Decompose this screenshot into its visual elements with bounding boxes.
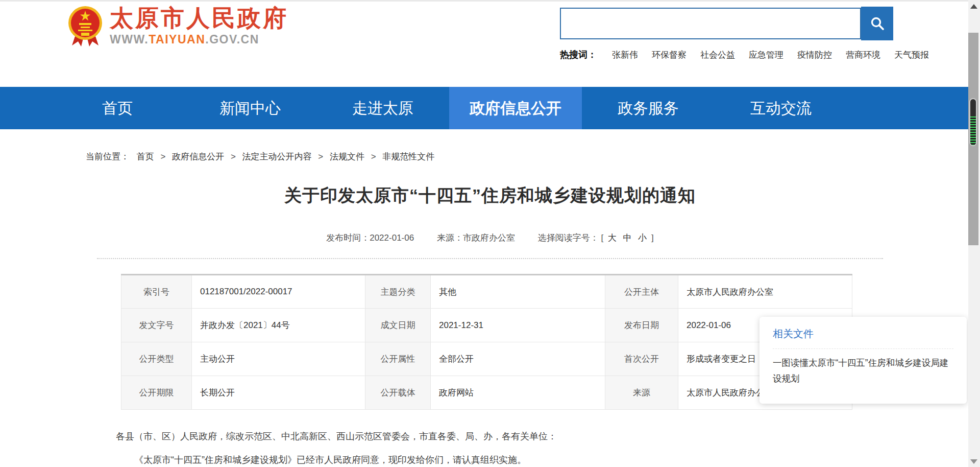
table-row: 索引号 012187001/2022-00017 主题分类 其他 公开主体 太原… [121, 275, 852, 309]
body-paragraph: 《太原市“十四五”住房和城乡建设规划》已经市人民政府同意，现印发给你们，请认真组… [116, 453, 861, 467]
publish-time-label: 发布时间： [326, 233, 370, 243]
site-url-domain: TAIYUAN [149, 33, 205, 46]
hot-keyword-link[interactable]: 应急管理 [749, 49, 783, 61]
body-paragraph: 各县（市、区）人民政府，综改示范区、中北高新区、西山示范区管委会，市直各委、局、… [116, 429, 861, 443]
related-files-title: 相关文件 [773, 327, 953, 341]
breadcrumb-item-non-normative-files[interactable]: 非规范性文件 [382, 152, 434, 161]
dotted-divider [97, 258, 883, 259]
info-label-source: 来源 [605, 376, 678, 410]
breadcrumb-item-home[interactable]: 首页 [137, 152, 154, 161]
article-meta: 发布时间：2022-01-06 来源：市政府办公室 选择阅读字号： [ 大 中 … [86, 232, 894, 244]
info-label-disclosure-period: 公开期限 [121, 376, 192, 410]
nav-item-interaction[interactable]: 互动交流 [715, 87, 847, 129]
info-label-topic-category: 主题分类 [365, 275, 431, 309]
breadcrumb-separator: > [231, 152, 236, 161]
nav-item-gov-services[interactable]: 政务服务 [582, 87, 715, 129]
breadcrumb-item-gov-info[interactable]: 政府信息公开 [172, 152, 224, 161]
info-value-document-number: 并政办发〔2021〕44号 [192, 309, 365, 342]
info-label-document-number: 发文字号 [121, 309, 192, 342]
scrollbar-down-icon[interactable] [970, 459, 977, 464]
main-nav: 首页 新闻中心 走进太原 政府信息公开 政务服务 互动交流 [0, 87, 968, 129]
search-button[interactable] [861, 7, 893, 40]
source-label: 来源： [437, 233, 463, 243]
site-logo[interactable]: 太原市人民政府 WWW.TAIYUAN.GOV.CN [68, 5, 288, 48]
scroll-marker-stripes [970, 116, 976, 145]
font-size-label: 选择阅读字号： [538, 233, 599, 243]
page-scrollbar[interactable] [968, 0, 980, 467]
breadcrumb-separator: > [371, 152, 376, 161]
scrollbar-up-icon[interactable] [970, 4, 977, 9]
hot-keyword-link[interactable]: 疫情防控 [797, 49, 832, 61]
info-value-disclosure-carrier: 政府网站 [431, 376, 605, 410]
hot-keyword-link[interactable]: 天气预报 [894, 49, 929, 61]
info-label-disclosure-type: 公开类型 [121, 342, 192, 376]
hot-keyword-link[interactable]: 张新伟 [612, 49, 638, 61]
related-files-divider [773, 348, 953, 349]
info-value-written-date: 2021-12-31 [431, 309, 605, 342]
font-size-large-button[interactable]: 大 [608, 233, 617, 243]
breadcrumb-item-regulation-files[interactable]: 法规文件 [330, 152, 364, 161]
site-url-www: WWW. [110, 33, 149, 46]
search-icon [870, 16, 885, 31]
hot-search-row: 热搜词： 张新伟 环保督察 社会公益 应急管理 疫情防控 营商环境 天气预报 [560, 49, 948, 61]
source-value: 市政府办公室 [463, 233, 515, 243]
info-label-index-number: 索引号 [121, 275, 192, 309]
breadcrumb-separator: > [318, 152, 323, 161]
hot-keyword-link[interactable]: 环保督察 [652, 49, 687, 61]
font-size-small-button[interactable]: 小 [638, 233, 647, 243]
hot-keyword-link[interactable]: 社会公益 [700, 49, 735, 61]
font-size-medium-button[interactable]: 中 [623, 233, 632, 243]
breadcrumb-item-statutory-disclosure[interactable]: 法定主动公开内容 [242, 152, 312, 161]
document-info-table: 索引号 012187001/2022-00017 主题分类 其他 公开主体 太原… [121, 274, 852, 410]
hot-search-label: 热搜词： [560, 49, 597, 61]
info-value-disclosure-period: 长期公开 [192, 376, 365, 410]
info-value-disclosure-type: 主动公开 [192, 342, 365, 376]
nav-item-news[interactable]: 新闻中心 [184, 87, 316, 129]
info-value-disclosure-subject: 太原市人民政府办公室 [678, 275, 852, 309]
site-url: WWW.TAIYUAN.GOV.CN [110, 33, 288, 46]
search-area: 热搜词： 张新伟 环保督察 社会公益 应急管理 疫情防控 营商环境 天气预报 [560, 8, 948, 61]
table-row: 公开期限 长期公开 公开载体 政府网站 来源 太原市人民政府办公室 [121, 376, 852, 410]
nav-item-home[interactable]: 首页 [51, 87, 184, 129]
info-value-index-number: 012187001/2022-00017 [192, 275, 365, 309]
info-label-disclosure-subject: 公开主体 [605, 275, 678, 309]
breadcrumb-separator: > [160, 152, 165, 161]
scroll-marker-widget [969, 98, 977, 146]
info-value-disclosure-attribute: 全部公开 [431, 342, 605, 376]
info-label-written-date: 成文日期 [365, 309, 431, 342]
info-value-topic-category: 其他 [431, 275, 605, 309]
hot-keyword-link[interactable]: 营商环境 [846, 49, 880, 61]
site-title-block: 太原市人民政府 WWW.TAIYUAN.GOV.CN [110, 5, 288, 46]
table-row: 发文字号 并政办发〔2021〕44号 成文日期 2021-12-31 发布日期 … [121, 309, 852, 342]
info-label-publish-date: 发布日期 [605, 309, 678, 342]
table-row: 公开类型 主动公开 公开属性 全部公开 首次公开 形成或者变更之日 [121, 342, 852, 376]
info-label-first-disclosure: 首次公开 [605, 342, 678, 376]
national-emblem-icon [68, 5, 103, 48]
related-file-link[interactable]: 一图读懂太原市“十四五”住房和城乡建设局建设规划 [773, 355, 953, 386]
publish-time-value: 2022-01-06 [370, 233, 414, 243]
page-title: 关于印发太原市“十四五”住房和城乡建设规划的通知 [86, 184, 894, 207]
page: 太原市人民政府 WWW.TAIYUAN.GOV.CN 热搜词： 张新伟 环保督察… [0, 0, 980, 467]
site-header: 太原市人民政府 WWW.TAIYUAN.GOV.CN 热搜词： 张新伟 环保督察… [0, 2, 980, 87]
font-size-bracket: [ [601, 233, 603, 243]
search-input[interactable] [560, 8, 861, 39]
nav-item-about-taiyuan[interactable]: 走进太原 [316, 87, 449, 129]
site-url-suffix: .GOV.CN [205, 33, 259, 46]
related-files-panel: 相关文件 一图读懂太原市“十四五”住房和城乡建设局建设规划 [760, 317, 967, 404]
breadcrumb-label: 当前位置： [86, 152, 129, 161]
info-label-disclosure-attribute: 公开属性 [365, 342, 431, 376]
site-name: 太原市人民政府 [110, 5, 288, 32]
nav-item-gov-info-disclosure[interactable]: 政府信息公开 [449, 87, 582, 129]
breadcrumb: 当前位置： 首页 > 政府信息公开 > 法定主动公开内容 > 法规文件 > 非规… [86, 151, 980, 162]
font-size-bracket: ] [651, 233, 654, 243]
info-label-disclosure-carrier: 公开载体 [365, 376, 431, 410]
